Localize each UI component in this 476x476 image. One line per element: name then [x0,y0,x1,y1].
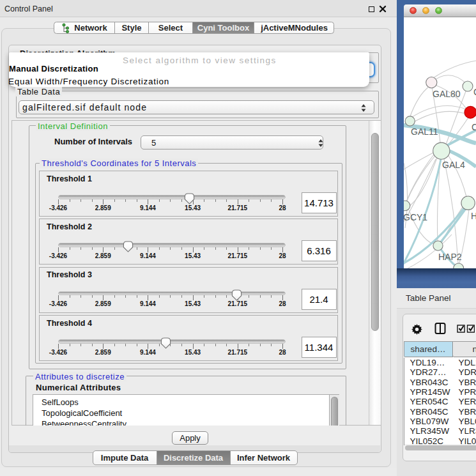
svg-text:GAL4: GAL4 [442,160,465,170]
svg-text:H: H [471,211,476,221]
svg-text:GAL11: GAL11 [411,127,438,137]
svg-text:GAL80: GAL80 [433,89,461,99]
svg-text:HAP2: HAP2 [438,252,462,262]
svg-text:C: C [472,122,476,132]
svg-text:G.: G. [473,87,476,97]
svg-text:GCY1: GCY1 [404,212,427,222]
